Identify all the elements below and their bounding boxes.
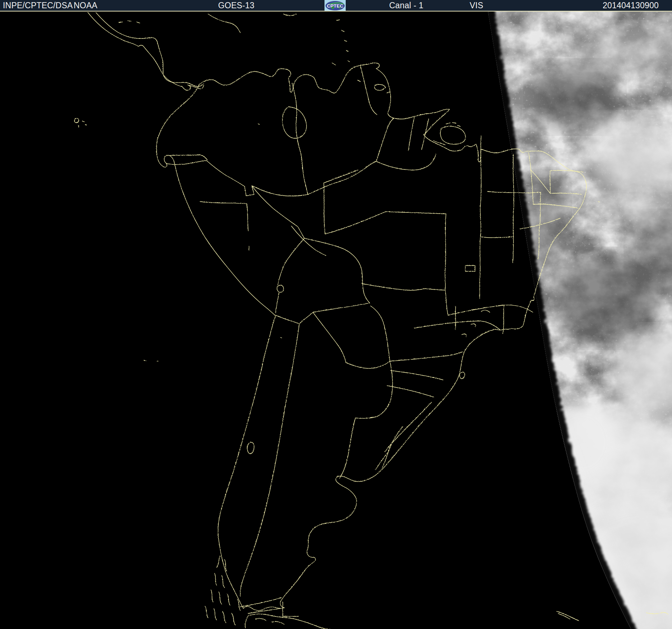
timestamp-label: 201404130900 xyxy=(603,0,659,11)
dark-patch xyxy=(532,65,618,129)
satellite-viewer: { "header": { "agency": "INPE/CPTEC/DSA"… xyxy=(0,0,672,629)
cptec-logo: CPTEC xyxy=(325,0,346,11)
agency-label: INPE/CPTEC/DSA xyxy=(3,0,73,11)
channel-label: Canal - 1 xyxy=(389,0,423,11)
logo-text: CPTEC xyxy=(327,3,344,9)
satellite-image xyxy=(0,12,672,629)
satellite-label: GOES-13 xyxy=(218,0,254,11)
band-label: VIS xyxy=(470,0,483,11)
noaa-label: NOAA xyxy=(74,0,97,11)
goes-full-disk-sector xyxy=(0,12,672,629)
header-bar: INPE/CPTEC/DSA NOAA GOES-13 CPTEC Canal … xyxy=(0,0,672,12)
